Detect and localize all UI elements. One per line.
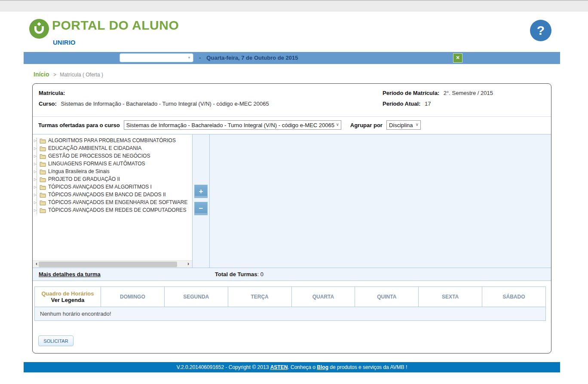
tree-item[interactable]: ▷ Língua Brasileira de Sinais (33, 168, 192, 175)
folder-icon (40, 177, 46, 182)
tree-item-label: TÓPICOS AVANÇADOS EM ALGORITMOS I (48, 184, 152, 190)
expand-icon[interactable]: ▷ (34, 146, 40, 150)
chevron-down-icon: ∨ (416, 122, 419, 127)
expand-icon[interactable]: ▷ (34, 193, 40, 197)
breadcrumb-current: Matrícula ( Oferta ) (60, 72, 103, 78)
folder-icon (40, 184, 46, 190)
folder-icon (40, 138, 46, 143)
tree-item[interactable]: ▷ PROJETO DE GRADUAÇÃO II (33, 175, 192, 183)
chevron-down-icon: ▼ (187, 56, 191, 60)
breadcrumb-home-link[interactable]: Início (34, 71, 49, 78)
matricula-label: Matrícula: (39, 90, 65, 96)
transfer-buttons-column: + − (193, 134, 210, 268)
tree-item[interactable]: ▷ EDUCAÇÃO AMBIENTAL E CIDADANIA (33, 144, 192, 152)
session-dropdown[interactable]: ▼ (119, 53, 193, 62)
solicitar-button[interactable]: SOLICITAR (38, 335, 74, 346)
remove-turma-button[interactable]: − (194, 202, 208, 215)
scroll-right-icon[interactable]: › (185, 261, 192, 268)
expand-icon[interactable]: ▷ (34, 170, 40, 174)
folder-icon (40, 161, 46, 167)
tree-item[interactable]: ▷ ALGORITMOS PARA PROBLEMAS COMBINATÓRIO… (33, 137, 192, 144)
question-icon: ? (537, 23, 545, 37)
tree-item-label: TÓPICOS AVANÇADOS EM REDES DE COMPUTADOR… (48, 207, 186, 213)
horizontal-scrollbar[interactable]: ‹ › (33, 260, 192, 268)
selected-turmas-pane (210, 134, 551, 268)
tree-item-label: PROJETO DE GRADUAÇÃO II (48, 176, 120, 182)
group-by-select[interactable]: Disciplina ∨ (386, 120, 421, 130)
date-dash: - (199, 55, 201, 61)
folder-icon (40, 207, 46, 213)
matricula-panel: Matrícula: Curso: Sistemas de Informação… (32, 83, 551, 354)
enrollment-info: Matrícula: Curso: Sistemas de Informação… (33, 84, 551, 116)
tree-item[interactable]: ▷ TÓPICOS AVANÇADOS EM BANCO DE DADOS II (33, 191, 192, 198)
help-button[interactable]: ? (530, 20, 551, 41)
periodo-matricula-value: 2°. Semestre / 2015 (444, 90, 493, 96)
day-header: QUARTA (291, 287, 355, 307)
folder-icon (40, 153, 46, 159)
add-turma-button[interactable]: + (194, 185, 208, 198)
chevron-down-icon: ∨ (336, 122, 339, 127)
footer-bar: V.2.0.201406091652 - Copyright © 2013 AS… (24, 362, 560, 372)
tree-item-label: GESTÃO DE PROCESSOS DE NEGÓCIOS (48, 153, 150, 159)
schedule-table: Quadro de Horários Ver Legenda DOMINGOSE… (34, 286, 546, 321)
unirio-logo-icon (29, 19, 49, 39)
period-info: Período de Matrícula: 2°. Semestre / 201… (383, 90, 493, 111)
periodo-matricula-label: Período de Matrícula: (383, 90, 439, 96)
tree-item-label: TÓPICOS AVANÇADOS EM ENGENHARIA DE SOFTW… (48, 199, 188, 205)
expand-icon[interactable]: ▷ (34, 185, 40, 189)
asten-link[interactable]: ASTEN (270, 364, 288, 370)
footer-suffix-text: de produtos e serviços da AVMB ! (328, 364, 407, 370)
session-bar: ▼ -Quarta-feira, 7 de Outubro de 2015 × (24, 52, 560, 64)
day-header: SEGUNDA (164, 287, 228, 307)
day-header: QUINTA (355, 287, 419, 307)
folder-icon (40, 192, 46, 198)
tree-item-label: TÓPICOS AVANÇADOS EM BANCO DE DADOS II (48, 192, 166, 198)
expand-icon[interactable]: ▷ (34, 208, 40, 212)
details-bar: Mais detalhes da turma Total de Turmas: … (33, 268, 551, 281)
expand-icon[interactable]: ▷ (34, 139, 40, 143)
schedule-corner-header: Quadro de Horários Ver Legenda (35, 287, 101, 307)
mais-detalhes-link[interactable]: Mais detalhes da turma (39, 268, 101, 281)
tree-item-label: EDUCAÇÃO AMBIENTAL E CIDADANIA (48, 145, 141, 151)
quadro-horarios-label: Quadro de Horários (35, 290, 100, 297)
folder-icon (40, 200, 46, 205)
blog-link[interactable]: Blog (317, 364, 328, 370)
expand-icon[interactable]: ▷ (34, 177, 40, 181)
day-header: SEXTA (419, 287, 482, 307)
close-session-button[interactable]: × (453, 53, 462, 63)
day-header: DOMINGO (101, 287, 165, 307)
scrollbar-thumb[interactable] (39, 262, 177, 267)
ver-legenda-link[interactable]: Ver Legenda (35, 297, 100, 303)
page-title: PORTAL DO ALUNO (52, 18, 179, 33)
total-turmas-value: : 0 (257, 271, 263, 277)
filter-controls: Turmas ofertadas para o curso Sistemas d… (33, 117, 551, 134)
tree-item[interactable]: ▷ TÓPICOS AVANÇADOS EM REDES DE COMPUTAD… (33, 206, 192, 214)
tree-item[interactable]: ▷ GESTÃO DE PROCESSOS DE NEGÓCIOS (33, 152, 192, 160)
current-date: -Quarta-feira, 7 de Outubro de 2015 (199, 55, 298, 61)
portal-page: PORTAL DO ALUNO UNIRIO ? ▼ -Quarta-feira… (24, 12, 560, 372)
close-icon: × (456, 54, 459, 61)
expand-icon[interactable]: ▷ (34, 154, 40, 158)
periodo-atual-value: 17 (425, 101, 431, 107)
agrupar-por-label: Agrupar por (350, 122, 383, 128)
tree-item-label: Língua Brasileira de Sinais (48, 168, 110, 174)
tree-item[interactable]: ▷ TÓPICOS AVANÇADOS EM ENGENHARIA DE SOF… (33, 198, 192, 206)
tree-item[interactable]: ▷ TÓPICOS AVANÇADOS EM ALGORITMOS I (33, 183, 192, 191)
group-by-select-value: Disciplina (389, 122, 413, 128)
tree-item-label: ALGORITMOS PARA PROBLEMAS COMBINATÓRIOS (48, 137, 176, 143)
schedule-header-row: Quadro de Horários Ver Legenda DOMINGOSE… (35, 287, 546, 307)
course-select[interactable]: Sistemas de Informação - Bacharelado - T… (124, 120, 341, 130)
curso-value: Sistemas de Informação - Bacharelado - T… (61, 101, 269, 107)
expand-icon[interactable]: ▷ (34, 201, 40, 204)
course-selection-area: ▷ ALGORITMOS PARA PROBLEMAS COMBINATÓRIO… (33, 134, 551, 268)
tree-item-label: LINGUAGENS FORMAIS E AUTÔMATOS (48, 161, 145, 167)
tree-item[interactable]: ▷ LINGUAGENS FORMAIS E AUTÔMATOS (33, 160, 192, 168)
day-header: TERÇA (228, 287, 291, 307)
footer-middle-text: . Conheça o (288, 364, 317, 370)
curso-label: Curso: (39, 101, 57, 107)
day-header: SÁBADO (482, 287, 546, 307)
offered-courses-pane: ▷ ALGORITMOS PARA PROBLEMAS COMBINATÓRIO… (33, 134, 193, 268)
browser-top-strip (0, 0, 588, 12)
expand-icon[interactable]: ▷ (34, 162, 40, 166)
breadcrumb-separator: > (53, 72, 56, 78)
